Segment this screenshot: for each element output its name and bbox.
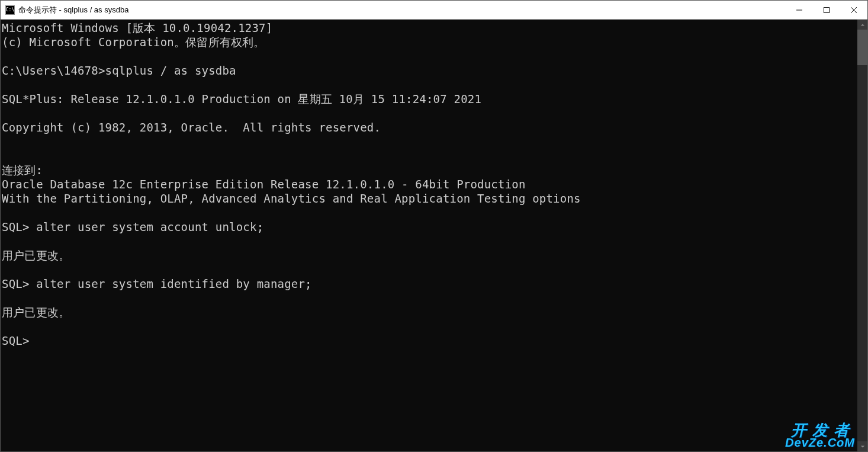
maximize-icon [824,7,830,13]
client-area: Microsoft Windows [版本 10.0.19042.1237] (… [1,20,867,451]
scroll-up-button[interactable] [857,20,867,30]
scroll-track[interactable] [857,30,867,441]
close-button[interactable] [840,1,867,19]
close-icon [851,7,857,13]
minimize-button[interactable] [786,1,813,19]
maximize-button[interactable] [813,1,840,19]
chevron-up-icon [860,23,865,27]
vertical-scrollbar[interactable] [857,20,867,451]
window-title: 命令提示符 - sqlplus / as sysdba [18,5,128,15]
minimize-icon [796,7,802,13]
titlebar[interactable]: C:\ 命令提示符 - sqlplus / as sysdba [1,1,867,20]
svg-rect-0 [824,7,830,12]
window-controls [786,1,867,19]
cmd-icon: C:\ [5,5,15,15]
scroll-down-button[interactable] [857,441,867,451]
command-prompt-window: C:\ 命令提示符 - sqlplus / as sysdba Microsof… [0,0,868,452]
chevron-down-icon [860,444,865,449]
terminal-output[interactable]: Microsoft Windows [版本 10.0.19042.1237] (… [1,20,857,451]
scroll-thumb[interactable] [857,30,867,65]
